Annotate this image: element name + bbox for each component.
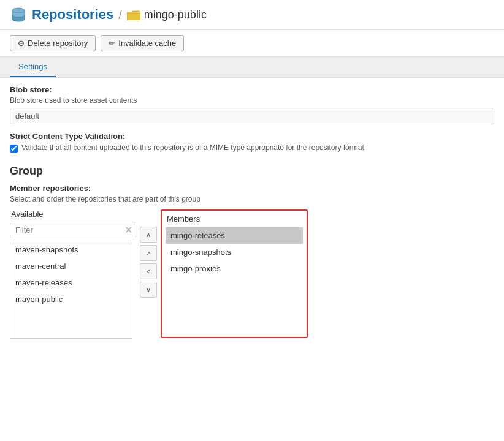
settings-content: Blob store: Blob store used to store ass…	[0, 78, 504, 349]
member-item[interactable]: mingo-proxies	[166, 260, 303, 277]
available-list: maven-snapshots maven-central maven-rele…	[10, 241, 132, 339]
tab-settings[interactable]: Settings	[10, 57, 56, 77]
repo-name: mingo-public	[144, 9, 207, 21]
list-item[interactable]: maven-central	[10, 258, 132, 274]
strict-content-section: Strict Content Type Validation: Validate…	[10, 132, 494, 153]
toolbar: ⊖ Delete repository ✏ Invalidate cache	[0, 30, 504, 57]
breadcrumb-separator: /	[118, 8, 122, 22]
blob-store-section: Blob store: Blob store used to store ass…	[10, 85, 494, 124]
members-label: Members	[166, 214, 303, 224]
filter-wrap: ✕	[10, 222, 136, 238]
list-item[interactable]: maven-releases	[10, 274, 132, 291]
repositories-icon	[10, 6, 27, 23]
members-column: Members mingo-releases mingo-snapshots m…	[161, 209, 308, 338]
move-down-button[interactable]: ∨	[140, 282, 157, 298]
tabs-bar: Settings	[0, 57, 504, 78]
strict-content-label: Strict Content Type Validation:	[10, 132, 494, 141]
strict-content-checkbox[interactable]	[10, 145, 18, 153]
member-repos-description: Select and order the repositories that a…	[10, 195, 494, 203]
invalidate-cache-button[interactable]: ✏ Invalidate cache	[101, 35, 184, 51]
repository-selector: Available ✕ maven-snapshots maven-centra…	[10, 209, 494, 339]
blob-store-description: Blob store used to store asset contents	[10, 96, 494, 105]
member-item[interactable]: mingo-snapshots	[166, 244, 303, 260]
move-up-button[interactable]: ∧	[140, 227, 157, 243]
filter-clear-icon[interactable]: ✕	[124, 225, 132, 235]
page-header: Repositories / mingo-public	[0, 0, 504, 30]
transfer-buttons: ∧ > < ∨	[140, 227, 157, 298]
blob-store-input[interactable]	[10, 108, 494, 124]
page-title: Repositories	[32, 7, 113, 23]
delete-icon: ⊖	[18, 39, 25, 48]
strict-content-checkbox-description: Validate that all content uploaded to th…	[21, 143, 364, 152]
strict-content-checkbox-row: Validate that all content uploaded to th…	[10, 143, 494, 153]
available-column: Available ✕ maven-snapshots maven-centra…	[10, 209, 136, 339]
list-item[interactable]: maven-snapshots	[10, 241, 132, 258]
filter-input[interactable]	[10, 222, 136, 238]
member-repos-label: Member repositories:	[10, 184, 494, 193]
blob-store-label: Blob store:	[10, 85, 494, 94]
available-label: Available	[10, 209, 136, 219]
delete-repository-button[interactable]: ⊖ Delete repository	[10, 35, 96, 51]
member-item[interactable]: mingo-releases	[166, 227, 303, 244]
list-item[interactable]: maven-public	[10, 291, 132, 307]
invalidate-icon: ✏	[109, 39, 115, 48]
group-title: Group	[10, 165, 494, 178]
move-left-button[interactable]: <	[140, 263, 157, 279]
repo-folder-icon	[127, 9, 140, 20]
move-right-button[interactable]: >	[140, 245, 157, 261]
